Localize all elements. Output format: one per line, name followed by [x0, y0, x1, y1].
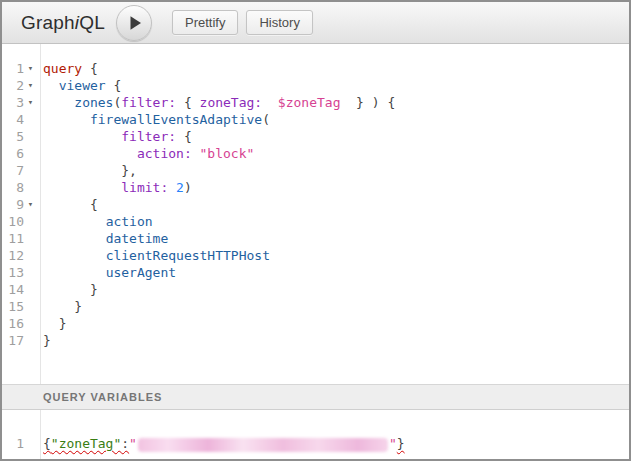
code-line[interactable]: 4 firewallEventsAdaptive( [2, 111, 629, 128]
logo-text-pre: Graph [21, 12, 75, 33]
graphiql-logo: GraphiQL [21, 12, 105, 34]
fold-arrow-icon[interactable]: ▾ [24, 196, 37, 213]
line-number: 13 [2, 264, 24, 281]
code-line[interactable]: 13 userAgent [2, 264, 629, 281]
code-text: }, [40, 162, 629, 179]
line-gutter: 3▾ [2, 94, 40, 111]
fold-arrow-icon[interactable]: ▾ [24, 60, 37, 77]
code-line[interactable]: 5 filter: { [2, 128, 629, 145]
code-text: zones(filter: { zoneTag: $zoneTag } ) { [40, 94, 629, 111]
line-gutter: 1 [2, 435, 40, 452]
query-editor[interactable]: 1▾query {2▾ viewer {3▾ zones(filter: { z… [2, 44, 629, 384]
code-text: firewallEventsAdaptive( [40, 111, 629, 128]
logo-text-post: QL [79, 12, 105, 33]
line-gutter: 12 [2, 247, 40, 264]
fold-gutter-empty [24, 162, 37, 179]
code-text: filter: { [40, 128, 629, 145]
fold-gutter-empty [24, 128, 37, 145]
fold-gutter-empty [24, 213, 37, 230]
line-gutter: 17 [2, 332, 40, 349]
code-text: limit: 2) [40, 179, 629, 196]
code-line[interactable]: 6 action: "block" [2, 145, 629, 162]
code-line[interactable]: 15 } [2, 298, 629, 315]
code-line[interactable]: 1▾query { [2, 60, 629, 77]
line-gutter: 16 [2, 315, 40, 332]
code-line[interactable]: 1{"zoneTag":""} [2, 435, 629, 452]
code-text: } [40, 315, 629, 332]
execute-button[interactable] [116, 5, 152, 41]
fold-gutter-empty [24, 230, 37, 247]
line-gutter: 10 [2, 213, 40, 230]
code-text: { [40, 196, 629, 213]
code-line[interactable]: 3▾ zones(filter: { zoneTag: $zoneTag } )… [2, 94, 629, 111]
prettify-button[interactable]: Prettify [172, 10, 238, 35]
line-number: 4 [2, 111, 24, 128]
line-number: 2 [2, 77, 24, 94]
line-number: 17 [2, 332, 24, 349]
line-gutter: 13 [2, 264, 40, 281]
fold-gutter-empty [24, 264, 37, 281]
code-line[interactable]: 7 }, [2, 162, 629, 179]
line-gutter: 6 [2, 145, 40, 162]
code-text: datetime [40, 230, 629, 247]
line-gutter: 11 [2, 230, 40, 247]
code-text: } [40, 332, 629, 349]
fold-gutter-empty [24, 111, 37, 128]
code-line[interactable]: 9▾ { [2, 196, 629, 213]
code-text: {"zoneTag":""} [40, 435, 629, 452]
line-gutter: 2▾ [2, 77, 40, 94]
code-line[interactable]: 16 } [2, 315, 629, 332]
code-line[interactable]: 10 action [2, 213, 629, 230]
fold-gutter-empty [24, 332, 37, 349]
line-number: 11 [2, 230, 24, 247]
line-number: 16 [2, 315, 24, 332]
line-number: 14 [2, 281, 24, 298]
fold-gutter-empty [24, 435, 37, 452]
fold-gutter-empty [24, 179, 37, 196]
line-number: 7 [2, 162, 24, 179]
code-line[interactable]: 12 clientRequestHTTPHost [2, 247, 629, 264]
code-line[interactable]: 11 datetime [2, 230, 629, 247]
line-number: 8 [2, 179, 24, 196]
line-number: 3 [2, 94, 24, 111]
code-text: userAgent [40, 264, 629, 281]
code-line[interactable]: 2▾ viewer { [2, 77, 629, 94]
fold-gutter-empty [24, 145, 37, 162]
line-number: 5 [2, 128, 24, 145]
code-text: } [40, 298, 629, 315]
code-line[interactable]: 14 } [2, 281, 629, 298]
line-number: 12 [2, 247, 24, 264]
line-number: 6 [2, 145, 24, 162]
graphiql-window: GraphiQL Prettify History 1▾query {2▾ vi… [0, 0, 631, 461]
line-gutter: 15 [2, 298, 40, 315]
code-text: clientRequestHTTPHost [40, 247, 629, 264]
play-icon [129, 15, 142, 31]
code-line[interactable]: 8 limit: 2) [2, 179, 629, 196]
code-text: viewer { [40, 77, 629, 94]
variables-editor[interactable]: 1{"zoneTag":""} [2, 410, 629, 459]
line-gutter: 7 [2, 162, 40, 179]
line-number: 1 [2, 60, 24, 77]
code-line[interactable]: 17} [2, 332, 629, 349]
line-gutter: 8 [2, 179, 40, 196]
code-text: } [40, 281, 629, 298]
code-text: query { [40, 60, 629, 77]
code-text: action [40, 213, 629, 230]
fold-arrow-icon[interactable]: ▾ [24, 94, 37, 111]
history-button[interactable]: History [246, 10, 312, 35]
toolbar: GraphiQL Prettify History [2, 2, 629, 44]
line-number: 15 [2, 298, 24, 315]
fold-gutter-empty [24, 298, 37, 315]
fold-gutter-empty [24, 315, 37, 332]
fold-gutter-empty [24, 247, 37, 264]
fold-arrow-icon[interactable]: ▾ [24, 77, 37, 94]
line-number: 10 [2, 213, 24, 230]
query-variables-header[interactable]: QUERY VARIABLES [2, 384, 629, 410]
line-number: 9 [2, 196, 24, 213]
code-text: action: "block" [40, 145, 629, 162]
fold-gutter-empty [24, 281, 37, 298]
line-gutter: 1▾ [2, 60, 40, 77]
line-gutter: 14 [2, 281, 40, 298]
line-gutter: 4 [2, 111, 40, 128]
line-gutter: 5 [2, 128, 40, 145]
